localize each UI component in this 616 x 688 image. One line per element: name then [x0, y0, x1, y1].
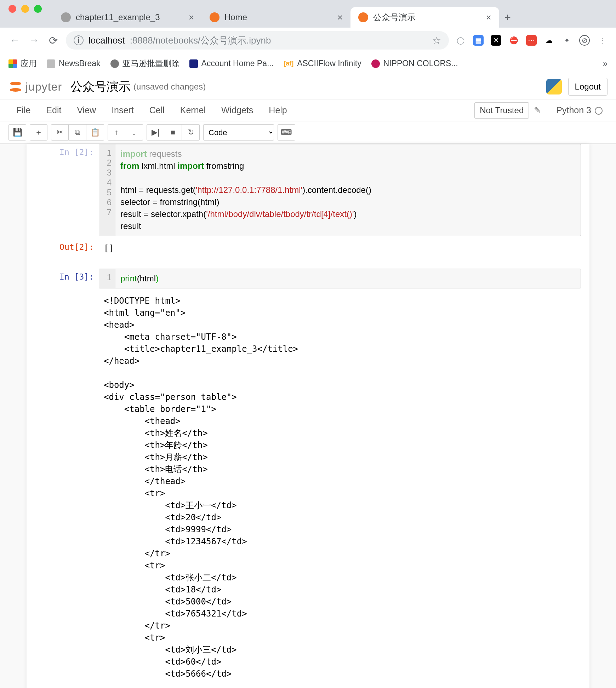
tab-chapter11[interactable]: chapter11_example_3 × — [53, 7, 202, 28]
interrupt-button[interactable]: ■ — [164, 124, 182, 141]
menu-insert[interactable]: Insert — [104, 102, 142, 119]
ext-icon-5[interactable]: ⋯ — [526, 35, 537, 46]
back-button[interactable]: ← — [8, 34, 21, 46]
ext-icon-3[interactable]: ✕ — [491, 35, 501, 46]
browser-menu-icon[interactable]: ⋮ — [597, 35, 608, 46]
code-input-area[interactable]: 1234567 import requests from lxml.html i… — [99, 144, 581, 236]
move-down-button[interactable]: ↓ — [125, 124, 143, 141]
ext-icon-2[interactable]: ▦ — [473, 35, 484, 46]
new-tab-button[interactable]: + — [499, 7, 516, 28]
menu-view[interactable]: View — [69, 102, 104, 119]
bookmarks-bar: 应用 NewsBreak 亚马逊批量删除 Account Home Pa... … — [0, 53, 616, 74]
line-gutter: 1234567 — [99, 144, 115, 236]
paste-cell-button[interactable]: 📋 — [86, 124, 104, 141]
code-input-area[interactable]: 1 print(html) — [99, 269, 581, 288]
tab-home[interactable]: Home × — [202, 7, 350, 28]
stdout-text: <!DOCTYPE html> <html lang="en"> <head> … — [99, 291, 581, 683]
jupyter-logo[interactable]: jupyter — [8, 80, 62, 94]
notebook-cells: In [2]: 1234567 import requests from lxm… — [27, 144, 589, 683]
profile-icon[interactable]: ⊘ — [579, 35, 590, 46]
menu-widgets[interactable]: Widgets — [213, 102, 261, 119]
address-bar[interactable]: i localhost:8888/notebooks/公众号演示.ipynb ☆ — [66, 31, 449, 50]
kernel-idle-icon — [595, 107, 603, 115]
restart-button[interactable]: ↻ — [182, 124, 200, 141]
move-up-button[interactable]: ↑ — [108, 124, 125, 141]
menu-file[interactable]: File — [8, 102, 38, 119]
bookmark-nippon[interactable]: NIPPON COLORS... — [371, 59, 458, 68]
output-prompt-empty — [35, 291, 99, 683]
browser-toolbar: ← → ⟳ i localhost:8888/notebooks/公众号演示.i… — [0, 28, 616, 53]
af-icon: [af] — [284, 60, 293, 67]
input-prompt: In [2]: — [35, 144, 99, 236]
output-cell-2: Out[2]: [] — [35, 239, 581, 258]
notebook-save-status: (unsaved changes) — [133, 82, 206, 92]
close-window-icon[interactable] — [8, 5, 16, 13]
kernel-name[interactable]: Python 3 — [551, 105, 608, 115]
apps-grid-icon — [8, 59, 17, 68]
output-cell-3: <!DOCTYPE html> <html lang="en"> <head> … — [35, 291, 581, 683]
bookmarks-overflow-icon[interactable]: » — [603, 59, 608, 69]
tab-title: chapter11_example_3 — [76, 12, 160, 22]
color-icon — [371, 59, 380, 68]
menu-kernel[interactable]: Kernel — [172, 102, 213, 119]
window-controls — [0, 0, 50, 18]
output-prompt: Out[2]: — [35, 239, 99, 258]
save-button[interactable]: 💾 — [8, 124, 26, 141]
code-cell-2[interactable]: In [2]: 1234567 import requests from lxm… — [35, 144, 581, 236]
menu-help[interactable]: Help — [261, 102, 295, 119]
tab-title: Home — [224, 12, 247, 22]
bookmark-star-icon[interactable]: ☆ — [432, 35, 441, 46]
output-value: [] — [99, 239, 581, 258]
jupyter-icon — [358, 12, 368, 22]
forward-button: → — [28, 34, 40, 46]
copy-cell-button[interactable]: ⧉ — [69, 124, 86, 141]
extensions-area: ◯ ▦ ✕ ⛔ ⋯ ☁ ✦ ⊘ ⋮ — [455, 35, 608, 46]
logout-button[interactable]: Logout — [568, 78, 608, 96]
apps-shortcut[interactable]: 应用 — [8, 58, 37, 69]
minimize-window-icon[interactable] — [21, 5, 29, 13]
cell-type-select[interactable]: Code — [203, 124, 274, 141]
code-cell-3[interactable]: In [3]: 1 print(html) — [35, 269, 581, 288]
extensions-puzzle-icon[interactable]: ✦ — [561, 35, 572, 46]
bookmark-asciiflow[interactable]: [af]ASCIIFlow Infinity — [284, 59, 361, 68]
insert-cell-button[interactable]: ＋ — [30, 124, 47, 141]
site-info-icon[interactable]: i — [74, 35, 84, 45]
cut-cell-button[interactable]: ✂ — [51, 124, 69, 141]
url-host: localhost — [89, 35, 125, 46]
jupyter-mark-icon — [8, 80, 23, 94]
trust-indicator[interactable]: Not Trusted — [474, 102, 529, 119]
input-prompt: In [3]: — [35, 269, 99, 288]
close-tab-icon[interactable]: × — [337, 12, 343, 23]
tab-notebook[interactable]: 公众号演示 × — [350, 7, 499, 28]
ext-icon-1[interactable]: ◯ — [455, 35, 466, 46]
notebook-toolbar: 💾 ＋ ✂ ⧉ 📋 ↑ ↓ ▶| ■ ↻ Code ⌨ — [0, 121, 616, 144]
notebook-title[interactable]: 公众号演示 — [70, 79, 131, 95]
menu-edit[interactable]: Edit — [38, 102, 69, 119]
command-palette-button[interactable]: ⌨ — [278, 124, 295, 141]
reload-button[interactable]: ⟳ — [47, 34, 59, 47]
tab-title: 公众号演示 — [373, 12, 416, 23]
fullscreen-window-icon[interactable] — [34, 5, 42, 13]
code-content[interactable]: print(html) — [115, 269, 581, 288]
close-tab-icon[interactable]: × — [486, 12, 491, 23]
menu-cell[interactable]: Cell — [142, 102, 172, 119]
ext-icon-4[interactable]: ⛔ — [508, 35, 519, 46]
site-icon — [189, 59, 198, 68]
globe-icon — [110, 59, 119, 68]
bookmark-account-home[interactable]: Account Home Pa... — [189, 59, 274, 68]
ext-icon-6[interactable]: ☁ — [544, 35, 554, 46]
folder-icon — [47, 59, 55, 68]
python-logo-icon — [546, 79, 562, 94]
run-button[interactable]: ▶| — [147, 124, 164, 141]
url-path: :8888/notebooks/公众号演示.ipynb — [130, 34, 271, 47]
browser-tabstrip: chapter11_example_3 × Home × 公众号演示 × + — [0, 0, 616, 28]
code-content[interactable]: import requests from lxml.html import fr… — [115, 144, 581, 236]
jupyter-icon — [210, 12, 219, 22]
edit-metadata-icon[interactable]: ✎ — [529, 105, 546, 115]
globe-icon — [61, 12, 71, 22]
notebook-menubar: File Edit View Insert Cell Kernel Widget… — [0, 99, 616, 121]
bookmark-amazon-delete[interactable]: 亚马逊批量删除 — [110, 58, 179, 69]
bookmark-newsbreak[interactable]: NewsBreak — [47, 59, 101, 68]
close-tab-icon[interactable]: × — [189, 12, 194, 23]
line-gutter: 1 — [99, 269, 115, 288]
